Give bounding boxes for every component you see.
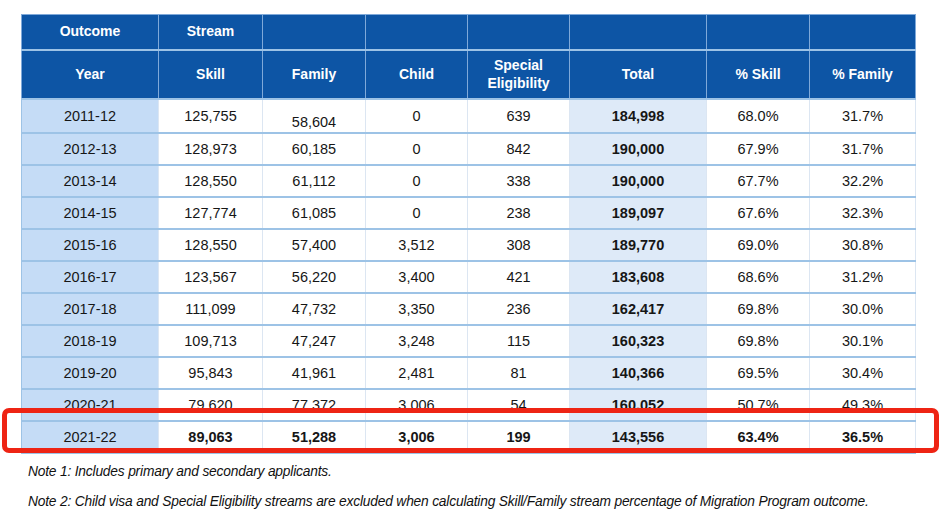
cell-special-2013-14: 338 (468, 165, 570, 197)
header-top-empty (707, 15, 810, 51)
cell-year-2019-20: 2019-20 (22, 357, 159, 389)
cell-skill-2011-12: 125,755 (159, 99, 263, 133)
cell-family-2019-20: 41,961 (263, 357, 366, 389)
column-header-skill: Skill (159, 50, 263, 99)
cell-pct_family-2018-19: 30.1% (810, 325, 916, 357)
header-top-empty (810, 15, 916, 51)
cell-total-2018-19: 160,323 (570, 325, 707, 357)
cell-pct_skill-2018-19: 69.8% (707, 325, 810, 357)
cell-pct_skill-2020-21: 50.7% (707, 389, 810, 421)
header-top-empty (468, 15, 570, 51)
cell-pct_family-2016-17: 31.2% (810, 261, 916, 293)
cell-pct_family-2013-14: 32.2% (810, 165, 916, 197)
header-stream: Stream (159, 15, 263, 51)
cell-pct_family-2019-20: 30.4% (810, 357, 916, 389)
cell-pct_family-2014-15: 32.3% (810, 197, 916, 229)
cell-total-2014-15: 189,097 (570, 197, 707, 229)
cell-total-2017-18: 162,417 (570, 293, 707, 325)
cell-year-2011-12: 2011-12 (22, 99, 159, 133)
cell-special-2018-19: 115 (468, 325, 570, 357)
cell-special-2016-17: 421 (468, 261, 570, 293)
cell-skill-2013-14: 128,550 (159, 165, 263, 197)
note-1: Note 1: Includes primary and secondary a… (28, 461, 883, 482)
cell-skill-2019-20: 95,843 (159, 357, 263, 389)
table-row-2021-22: 2021-2289,06351,2883,006199143,55663.4%3… (22, 421, 916, 453)
header-row-top: Outcome Stream (22, 15, 916, 51)
cell-pct_skill-2014-15: 67.6% (707, 197, 810, 229)
note-2: Note 2: Child visa and Special Eligibili… (28, 491, 883, 512)
cell-child-2012-13: 0 (366, 133, 468, 165)
column-header-special-eligibility: Special Eligibility (468, 50, 570, 99)
cell-total-2016-17: 183,608 (570, 261, 707, 293)
cell-family-2012-13: 60,185 (263, 133, 366, 165)
cell-skill-2017-18: 111,099 (159, 293, 263, 325)
cell-pct_family-2021-22: 36.5% (810, 421, 916, 453)
cell-special-2019-20: 81 (468, 357, 570, 389)
cell-family-2018-19: 47,247 (263, 325, 366, 357)
table-row-2013-14: 2013-14128,55061,1120338190,00067.7%32.2… (22, 165, 916, 197)
table-row-2019-20: 2019-2095,84341,9612,48181140,36669.5%30… (22, 357, 916, 389)
cell-pct_family-2012-13: 31.7% (810, 133, 916, 165)
cell-child-2019-20: 2,481 (366, 357, 468, 389)
cell-family-2015-16: 57,400 (263, 229, 366, 261)
cell-total-2021-22: 143,556 (570, 421, 707, 453)
cell-family-2020-21: 77,372 (263, 389, 366, 421)
cell-skill-2012-13: 128,973 (159, 133, 263, 165)
cell-special-2015-16: 308 (468, 229, 570, 261)
cell-child-2018-19: 3,248 (366, 325, 468, 357)
cell-child-2017-18: 3,350 (366, 293, 468, 325)
cell-special-2014-15: 238 (468, 197, 570, 229)
cell-family-2011-12: 58,604 (263, 99, 366, 133)
cell-pct_family-2015-16: 30.8% (810, 229, 916, 261)
column-header-total: Total (570, 50, 707, 99)
cell-total-2013-14: 190,000 (570, 165, 707, 197)
table-row-2016-17: 2016-17123,56756,2203,400421183,60868.6%… (22, 261, 916, 293)
column-header-year: Year (22, 50, 159, 99)
cell-pct_family-2011-12: 31.7% (810, 99, 916, 133)
cell-year-2021-22: 2021-22 (22, 421, 159, 453)
cell-child-2014-15: 0 (366, 197, 468, 229)
table-row-2014-15: 2014-15127,77461,0850238189,09767.6%32.3… (22, 197, 916, 229)
cell-child-2011-12: 0 (366, 99, 468, 133)
cell-year-2020-21: 2020-21 (22, 389, 159, 421)
cell-special-2012-13: 842 (468, 133, 570, 165)
footnotes: Note 1: Includes primary and secondary a… (28, 461, 928, 521)
cell-pct_skill-2016-17: 68.6% (707, 261, 810, 293)
cell-special-2020-21: 54 (468, 389, 570, 421)
cell-child-2021-22: 3,006 (366, 421, 468, 453)
cell-child-2020-21: 3,006 (366, 389, 468, 421)
cell-pct_skill-2012-13: 67.9% (707, 133, 810, 165)
table-row-2011-12: 2011-12125,75558,6040639184,99868.0%31.7… (22, 99, 916, 133)
cell-pct_skill-2021-22: 63.4% (707, 421, 810, 453)
cell-skill-2016-17: 123,567 (159, 261, 263, 293)
table-row-2015-16: 2015-16128,55057,4003,512308189,77069.0%… (22, 229, 916, 261)
cell-skill-2021-22: 89,063 (159, 421, 263, 453)
cell-total-2015-16: 189,770 (570, 229, 707, 261)
cell-pct_skill-2019-20: 69.5% (707, 357, 810, 389)
table-row-2018-19: 2018-19109,71347,2473,248115160,32369.8%… (22, 325, 916, 357)
cell-total-2012-13: 190,000 (570, 133, 707, 165)
cell-skill-2018-19: 109,713 (159, 325, 263, 357)
cell-family-2017-18: 47,732 (263, 293, 366, 325)
column-header-pct-family: % Family (810, 50, 916, 99)
cell-total-2011-12: 184,998 (570, 99, 707, 133)
column-header-pct-skill: % Skill (707, 50, 810, 99)
cell-pct_skill-2015-16: 69.0% (707, 229, 810, 261)
cell-child-2013-14: 0 (366, 165, 468, 197)
cell-total-2020-21: 160,052 (570, 389, 707, 421)
column-header-family: Family (263, 50, 366, 99)
cell-family-2014-15: 61,085 (263, 197, 366, 229)
cell-special-2011-12: 639 (468, 99, 570, 133)
cell-year-2015-16: 2015-16 (22, 229, 159, 261)
cell-year-2012-13: 2012-13 (22, 133, 159, 165)
cell-child-2016-17: 3,400 (366, 261, 468, 293)
header-outcome: Outcome (22, 15, 159, 51)
cell-family-2013-14: 61,112 (263, 165, 366, 197)
cell-pct_skill-2011-12: 68.0% (707, 99, 810, 133)
cell-skill-2015-16: 128,550 (159, 229, 263, 261)
cell-pct_family-2020-21: 49.3% (810, 389, 916, 421)
header-top-empty (263, 15, 366, 51)
cell-special-2021-22: 199 (468, 421, 570, 453)
cell-special-2017-18: 236 (468, 293, 570, 325)
header-row-columns: Year Skill Family Child Special Eligibil… (22, 50, 916, 99)
